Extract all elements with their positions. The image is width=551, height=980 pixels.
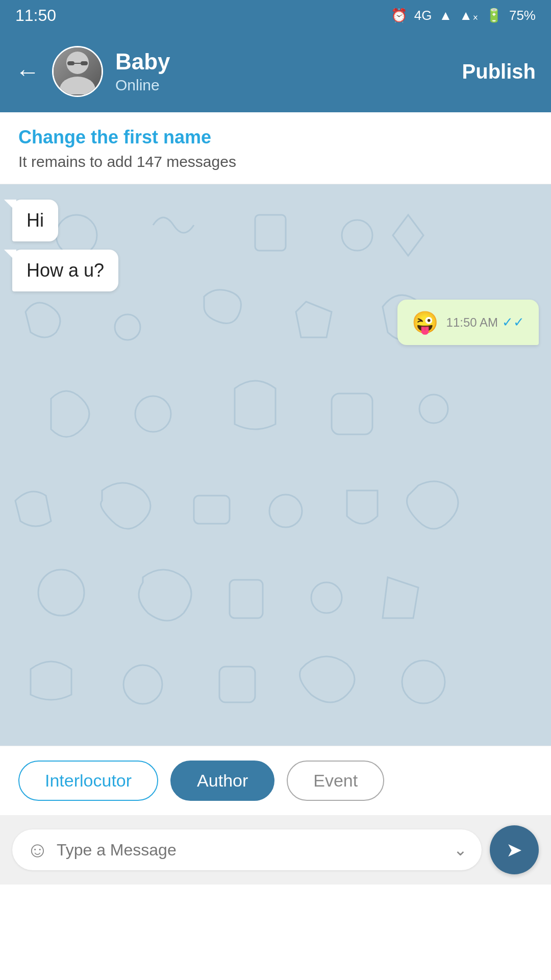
notice-title[interactable]: Change the first name <box>18 127 533 148</box>
svg-point-13 <box>269 495 302 527</box>
svg-point-11 <box>419 395 448 423</box>
back-button[interactable]: ← <box>15 58 40 86</box>
message-bubble-2: How a u? <box>12 250 118 291</box>
status-time: 11:50 <box>15 6 56 25</box>
message-bubble-3: 😜 11:50 AM ✓✓ <box>397 300 539 345</box>
svg-rect-3 <box>81 61 88 65</box>
header-left: ← Baby Online <box>15 46 170 97</box>
contact-status: Online <box>115 77 170 94</box>
battery-icon: 🔋 <box>486 8 502 23</box>
role-event-button[interactable]: Event <box>287 761 384 801</box>
svg-rect-18 <box>219 667 255 702</box>
notice-subtitle: It remains to add 147 messages <box>18 153 533 170</box>
message-time: 11:50 AM <box>446 315 498 330</box>
network-label: 4G <box>414 8 432 23</box>
notice-bar: Change the first name It remains to add … <box>0 112 551 184</box>
svg-point-17 <box>123 665 162 704</box>
contact-name: Baby <box>115 49 170 75</box>
svg-rect-15 <box>230 580 263 618</box>
message-bubble-1: Hi <box>12 200 58 241</box>
signal-icon: ▲ <box>439 8 452 23</box>
alarm-icon: ⏰ <box>391 8 407 23</box>
message-received-1: Hi <box>12 200 58 241</box>
header-info: Baby Online <box>115 49 170 94</box>
emoji-picker-button[interactable]: ☺ <box>27 838 48 862</box>
publish-button[interactable]: Publish <box>462 60 536 83</box>
role-selector-bar: Interlocutor Author Event <box>0 746 551 815</box>
contact-avatar[interactable] <box>52 46 103 97</box>
svg-rect-2 <box>67 61 74 65</box>
svg-rect-12 <box>194 496 230 524</box>
avatar-image <box>54 47 102 95</box>
svg-point-14 <box>38 570 84 616</box>
messages-container: Hi How a u? 😜 11:50 AM ✓✓ <box>0 184 551 360</box>
input-bar: ☺ ⌄ ➤ <box>0 815 551 885</box>
role-interlocutor-button[interactable]: Interlocutor <box>18 761 158 801</box>
message-meta: 11:50 AM ✓✓ <box>446 314 524 330</box>
message-text-2: How a u? <box>27 260 104 281</box>
battery-level: 75% <box>509 8 536 23</box>
send-button[interactable]: ➤ <box>490 825 539 874</box>
svg-point-19 <box>402 660 445 703</box>
message-sent-1: 😜 11:50 AM ✓✓ <box>397 300 539 345</box>
svg-point-9 <box>135 396 171 432</box>
chat-header: ← Baby Online Publish <box>0 31 551 112</box>
send-icon: ➤ <box>506 839 522 861</box>
chevron-down-icon[interactable]: ⌄ <box>454 840 467 860</box>
role-author-button[interactable]: Author <box>170 761 274 801</box>
svg-point-16 <box>311 582 342 613</box>
status-icons: ⏰ 4G ▲ ▲ₓ 🔋 75% <box>391 8 536 23</box>
chat-area: Hi How a u? 😜 11:50 AM ✓✓ <box>0 184 551 746</box>
message-text-1: Hi <box>27 210 44 231</box>
message-input[interactable] <box>57 841 445 860</box>
input-wrapper: ☺ ⌄ <box>12 829 482 870</box>
message-received-2: How a u? <box>12 250 118 291</box>
svg-point-1 <box>60 77 95 94</box>
svg-rect-10 <box>332 394 372 434</box>
signal-x-icon: ▲ₓ <box>459 8 479 23</box>
sent-emoji: 😜 <box>412 310 438 335</box>
status-bar: 11:50 ⏰ 4G ▲ ▲ₓ 🔋 75% <box>0 0 551 31</box>
checkmark-icon: ✓✓ <box>502 314 524 330</box>
